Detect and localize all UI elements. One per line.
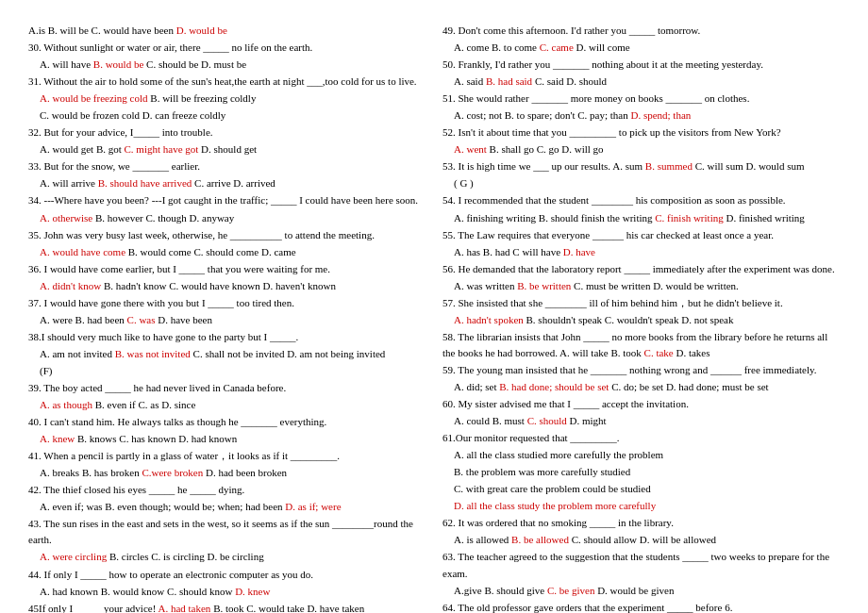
options-line: A. will arrive B. should have arrived C.… [28,175,426,191]
question-text: 57. She insisted that she ________ ill o… [442,295,840,311]
options-line: A. would have come B. would come C. shou… [28,244,426,260]
question-block: 49. Don't come this afternoon. I'd rathe… [442,23,840,39]
question-block: A. didn't know B. hadn't know C. would h… [28,278,426,294]
options-line: A. hadn't spoken B. shouldn't speak C. w… [442,312,840,328]
correct-answer: C. came [540,41,574,53]
options-line: A. was written B. be written C. must be … [442,278,840,294]
question-block: B. the problem was more carefully studie… [442,464,840,480]
question-block: 44. If only I _____ how to operate an el… [28,567,426,583]
options-line: ( G ) [442,175,840,191]
question-block: A. breaks B. has broken C.were broken D.… [28,465,426,481]
question-block: A. had known B. would know C. should kno… [28,584,426,600]
question-block: A. will have B. would be C. should be D.… [28,57,426,73]
question-text: 42. The thief closed his eyes _____ he _… [28,482,426,498]
question-text: 56. He demanded that the laboratory repo… [442,261,840,277]
question-text: 35. John was very busy last week, otherw… [28,227,426,243]
question-block: 45If only I _____ your advice! A. had ta… [28,601,426,613]
question-text: 49. Don't come this afternoon. I'd rathe… [442,23,840,39]
question-block: A. hadn't spoken B. shouldn't speak C. w… [442,312,840,328]
question-block: 60. My sister advised me that I _____ ac… [442,396,840,412]
question-block: 31. Without the air to hold some of the … [28,74,426,90]
correct-answer: C. take [644,347,674,358]
options-line: A. even if; was B. even though; would be… [28,499,426,515]
question-block: 38.I should very much like to have gone … [28,329,426,345]
question-block: 55. The Law requires that everyone _____… [442,227,840,243]
question-text: 43. The sun rises in the east and sets i… [28,516,426,548]
question-text: 51. She would rather _______ more money … [442,91,840,107]
question-block: 30. Without sunlight or water or air, th… [28,40,426,56]
question-block: A. were circling B. circles C. is circli… [28,549,426,565]
question-block: A. will arrive B. should have arrived C.… [28,175,426,191]
question-block: A. is allowed B. be allowed C. should al… [442,532,840,548]
question-block: A. went B. shall go C. go D. will go [442,141,840,157]
question-text: 33. But for the snow, we _______ earlier… [28,158,426,174]
question-block: 50. Frankly, I'd rather you _______ noth… [442,57,840,73]
options-line: B. the problem was more carefully studie… [442,464,840,480]
options-line: A. all the class studied more carefully … [442,447,840,463]
question-text: 58. The librarian insists that John ____… [442,329,840,361]
correct-answer: A. didn't know [40,280,101,291]
options-line: A. said B. had said C. said D. should [442,74,840,90]
question-text: 30. Without sunlight or water or air, th… [28,40,426,56]
options-line: A. cost; not B. to spare; don't C. pay; … [442,108,840,124]
question-block: 41. When a pencil is partly in a glass o… [28,448,426,464]
options-line: A. were circling B. circles C. is circli… [28,549,426,565]
correct-answer: B. had done; should be set [499,381,609,392]
correct-answer: C.were broken [142,467,203,478]
question-block: 42. The thief closed his eyes _____ he _… [28,482,426,498]
question-block: A. would have come B. would come C. shou… [28,244,426,260]
options-line: D. all the class study the problem more … [442,498,840,514]
question-text: 36. I would have come earlier, but I ___… [28,261,426,277]
correct-answer: A. had taken [158,603,210,613]
correct-answer: D. spend; than [630,109,691,121]
options-line: A. has B. had C will have D. have [442,244,840,260]
question-block: 37. I would have gone there with you but… [28,295,426,311]
options-line: A. did; set B. had done; should be set C… [442,379,840,395]
options-line: A. knew B. knows C. has known D. had kno… [28,431,426,447]
correct-answer: D. would be [176,25,227,36]
question-text: 50. Frankly, I'd rather you _______ noth… [442,57,840,73]
correct-answer: D. have [563,246,595,257]
correct-answer: A. were circling [40,551,107,562]
question-text: 60. My sister advised me that I _____ ac… [442,396,840,412]
options-line: C. would be frozen cold D. can freeze co… [28,108,426,124]
question-block: A. knew B. knows C. has known D. had kno… [28,431,426,447]
correct-answer: B. was not invited [115,348,191,359]
question-block: A. otherwise B. however C. though D. any… [28,210,426,226]
question-block: C. would be frozen cold D. can freeze co… [28,108,426,124]
question-text: 45If only I _____ your advice! A. had ta… [28,601,426,613]
correct-answer: A. as though [40,399,92,410]
question-text: 32. But for your advice, I_____ into tro… [28,124,426,141]
question-block: 35. John was very busy last week, otherw… [28,227,426,243]
correct-answer: B. would be [93,58,143,70]
question-block: 40. I can't stand him. He always talks a… [28,414,426,430]
correct-answer: B. be written [517,280,571,291]
question-text: 41. When a pencil is partly in a glass o… [28,448,426,464]
question-block: 43. The sun rises in the east and sets i… [28,516,426,548]
question-block: 54. I recommended that the student _____… [442,192,840,208]
options-line: (F) [28,363,426,379]
correct-answer: C. finish writing [655,212,723,224]
correct-answer: D. as if; were [285,501,341,512]
question-text: 44. If only I _____ how to operate an el… [28,567,426,583]
right-column: 49. Don't come this afternoon. I'd rathe… [442,23,840,613]
question-text: 64. The old professor gave orders that t… [442,600,840,613]
question-block: A. all the class studied more carefully … [442,447,840,463]
question-text: 52. Isn't it about time that you _______… [442,124,840,141]
question-block: (F) [28,363,426,379]
question-block: A. am not invited B. was not invited C. … [28,346,426,362]
question-text: 39. The boy acted _____ he had never liv… [28,380,426,396]
question-block: 64. The old professor gave orders that t… [442,600,840,613]
options-line: A. otherwise B. however C. though D. any… [28,210,426,226]
correct-answer: C. was [127,314,156,325]
question-block: 53. It is high time we ___ up our result… [442,158,840,174]
question-text: 37. I would have gone there with you but… [28,295,426,311]
question-block: 56. He demanded that the laboratory repo… [442,261,840,277]
question-block: 61.Our monitor requested that _________. [442,430,840,446]
question-block: D. all the class study the problem more … [442,498,840,514]
question-block: A.is B. will be C. would have been D. wo… [28,23,426,39]
question-block: ( G ) [442,175,840,191]
correct-answer: A. hadn't spoken [454,314,524,325]
correct-answer: B. should have arrived [98,177,192,189]
question-block: A. come B. to come C. came D. will come [442,40,840,56]
